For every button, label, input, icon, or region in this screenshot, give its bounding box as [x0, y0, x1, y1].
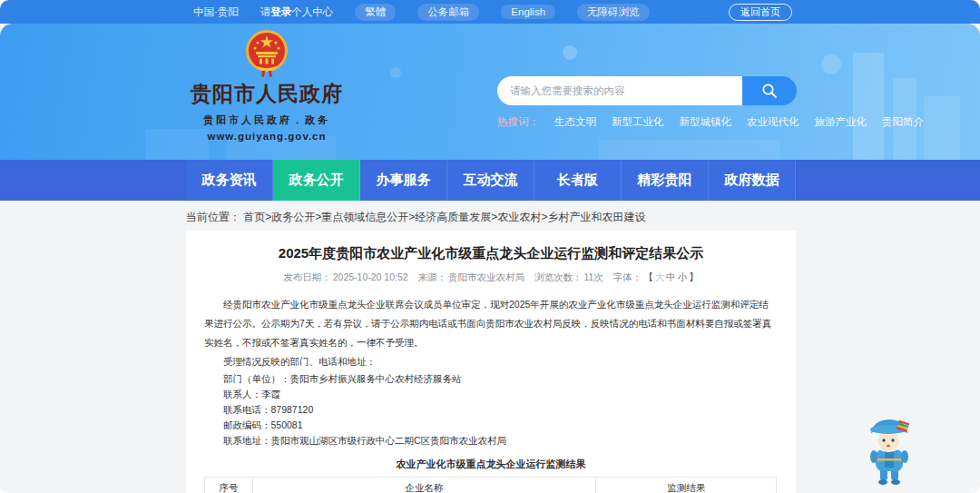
cityscape-decoration: [924, 96, 960, 160]
login-pre: 请: [260, 6, 271, 17]
bokeh-decoration: [390, 67, 401, 78]
results-table-title: 农业产业化市级重点龙头企业运行监测结果: [204, 458, 778, 471]
font-bracket-close: 】: [689, 271, 699, 282]
bokeh-decoration: [563, 45, 577, 60]
contact-person: 联系人：李霞: [204, 387, 778, 402]
hot-search-label: 热搜词：: [497, 115, 539, 129]
font-size-large-button[interactable]: 大: [655, 271, 665, 282]
site-banner: 贵阳市人民政府 贵阳市人民政府．政务 www.guiyang.gov.cn 热搜…: [0, 24, 980, 160]
font-size-small-button[interactable]: 小: [678, 271, 688, 282]
source-value: 贵阳市农业农村局: [448, 271, 524, 282]
hot-word-link[interactable]: 新型城镇化: [680, 115, 732, 129]
government-portal-page: 中国·贵阳 请登录个人中心 繁體 公务邮箱 English 无障碍浏览 返回首页: [0, 0, 980, 493]
article-card: 2025年度贵阳市农业产业化市级重点龙头企业运行监测和评定结果公示 发布日期：2…: [186, 231, 796, 493]
publish-date-label: 发布日期：: [283, 271, 331, 282]
source-label: 来源：: [418, 271, 447, 282]
site-brand[interactable]: 贵阳市人民政府 贵阳市人民政府．政务 www.guiyang.gov.cn: [186, 29, 348, 142]
cityscape-decoration: [599, 140, 780, 160]
search-input[interactable]: [497, 76, 742, 105]
region-link[interactable]: 中国·贵阳: [193, 5, 239, 19]
monitoring-results-table: 序号 企业名称 监测结果 1 贵州合力超市采购有限公司 合格 2 贵州友禾种业有…: [204, 477, 777, 493]
hot-search-row: 热搜词： 生态文明 新型工业化 新型城镇化 农业现代化 旅游产业化 贵阳简介: [497, 115, 799, 129]
breadcrumb-path[interactable]: 首页>政务公开>重点领域信息公开>经济高质量发展>农业农村>乡村产业和农田建设: [243, 211, 645, 223]
nav-tab-zhengwu-gongkai[interactable]: 政务公开: [273, 160, 360, 201]
contact-department: 部门（单位）：贵阳市乡村振兴服务中心农村经济服务站: [204, 371, 778, 387]
top-utility-bar: 中国·贵阳 请登录个人中心 繁體 公务邮箱 English 无障碍浏览 返回首页: [0, 0, 980, 24]
contact-phone: 联系电话：87987120: [204, 402, 778, 418]
hot-word-link[interactable]: 生态文明: [554, 115, 596, 129]
col-header-index: 序号: [205, 478, 253, 493]
content-area: 当前位置： 首页>政务公开>重点领域信息公开>经济高质量发展>农业农村>乡村产业…: [0, 201, 980, 493]
nav-items: 政务资讯 政务公开 办事服务 互动交流 长者版 精彩贵阳 政府数据: [186, 160, 796, 201]
article-body: 经贵阳市农业产业化市级重点龙头企业联席会议成员单位审定，现对2025年开展的农业…: [204, 295, 778, 449]
topbar-links: 中国·贵阳 请登录个人中心 繁體 公务邮箱 English 无障碍浏览: [193, 4, 650, 21]
hot-word-link[interactable]: 农业现代化: [747, 115, 799, 129]
article-paragraph: 经贵阳市农业产业化市级重点龙头企业联席会议成员单位审定，现对2025年开展的农业…: [204, 295, 778, 352]
accessibility-link[interactable]: 无障碍浏览: [577, 4, 650, 21]
main-navbar: 政务资讯 政务公开 办事服务 互动交流 长者版 精彩贵阳 政府数据: [0, 160, 980, 201]
contact-address: 联系地址：贵阳市观山湖区市级行政中心二期C区贵阳市农业农村局: [204, 433, 778, 449]
site-subtitle: 贵阳市人民政府．政务: [186, 113, 348, 127]
font-size-medium-button[interactable]: 中: [666, 271, 676, 282]
col-header-company: 企业名称: [252, 478, 595, 493]
nav-tab-zhangzheban[interactable]: 长者版: [534, 160, 622, 201]
nav-tab-hudong-jiaoliu[interactable]: 互动交流: [447, 160, 534, 201]
site-title: 贵阳市人民政府: [186, 80, 348, 108]
english-link[interactable]: English: [501, 5, 555, 19]
search-bar: [497, 76, 797, 105]
article-paragraph: 受理情况反映的部门、电话和地址：: [204, 352, 778, 371]
hot-word-link[interactable]: 旅游产业化: [815, 115, 867, 129]
contact-postcode: 邮政编码：550081: [204, 418, 778, 433]
nav-tab-banshi-fuwu[interactable]: 办事服务: [360, 160, 447, 201]
font-size-label: 字体：: [613, 271, 642, 282]
national-emblem-logo: [244, 29, 289, 78]
official-mail-link[interactable]: 公务邮箱: [417, 4, 479, 21]
publish-date: 2025-10-20 10:52: [333, 271, 408, 282]
nav-tab-jingcai-guiyang[interactable]: 精彩贵阳: [622, 160, 709, 201]
nav-tab-zhengwu-zixun[interactable]: 政务资讯: [186, 160, 273, 201]
font-bracket-open: 【: [643, 271, 653, 282]
hot-word-link[interactable]: 新型工业化: [612, 115, 664, 129]
search-icon: [761, 83, 778, 99]
search-button[interactable]: [742, 76, 797, 105]
cityscape-decoration: [853, 53, 884, 160]
bokeh-decoration: [821, 54, 841, 74]
breadcrumb-label: 当前位置：: [186, 211, 240, 223]
site-url: www.guiyang.gov.cn: [186, 131, 348, 142]
login-post: 个人中心: [291, 6, 333, 17]
mascot-character[interactable]: [860, 411, 918, 489]
breadcrumb: 当前位置： 首页>政务公开>重点领域信息公开>经济高质量发展>农业农村>乡村产业…: [186, 210, 645, 225]
views-label: 浏览次数：: [534, 271, 583, 282]
return-home-button[interactable]: 返回首页: [729, 4, 792, 21]
article-meta: 发布日期：2025-10-20 10:52 来源：贵阳市农业农村局 浏览次数：1…: [204, 271, 778, 284]
article-title: 2025年度贵阳市农业产业化市级重点龙头企业运行监测和评定结果公示: [204, 245, 778, 262]
traditional-chinese-link[interactable]: 繁體: [355, 4, 396, 21]
nav-tab-zhengfu-shuju[interactable]: 政府数据: [709, 160, 796, 201]
table-header-row: 序号 企业名称 监测结果: [205, 478, 777, 493]
login-link[interactable]: 请登录个人中心: [260, 5, 334, 19]
views-value: 11次: [583, 271, 603, 282]
login-highlight: 登录: [270, 6, 291, 17]
col-header-result: 监测结果: [596, 478, 777, 493]
search-area: 热搜词： 生态文明 新型工业化 新型城镇化 农业现代化 旅游产业化 贵阳简介: [497, 76, 799, 129]
hot-word-link[interactable]: 贵阳简介: [882, 115, 924, 129]
